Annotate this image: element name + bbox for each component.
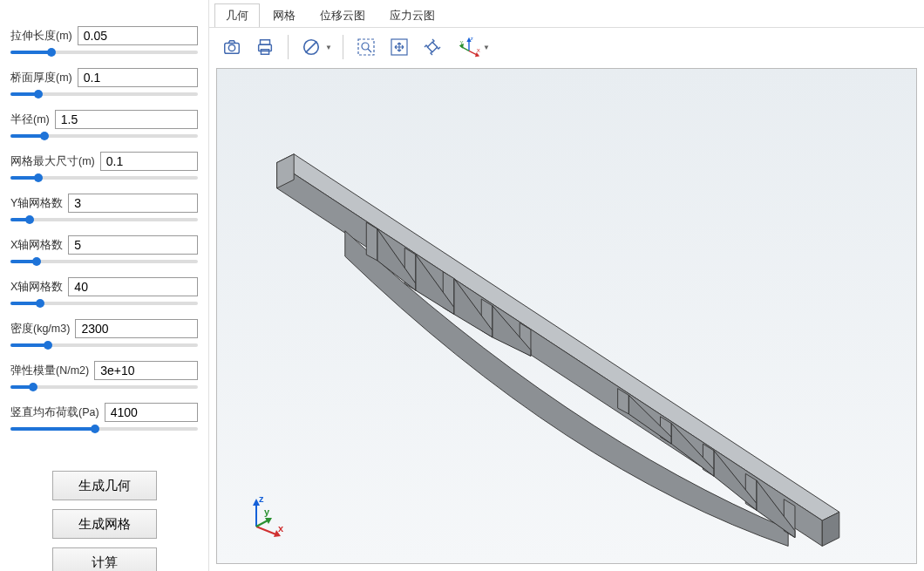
param-row: X轴网格数	[10, 235, 198, 267]
param-label: 密度(kg/m3)	[10, 322, 70, 336]
tab-mesh[interactable]: 网格	[262, 3, 307, 27]
param-label: 桥面厚度(m)	[10, 71, 72, 85]
tab-stress[interactable]: 应力云图	[378, 3, 446, 27]
param-row: 竖直均布荷载(Pa)	[10, 403, 198, 434]
axes-icon[interactable]: z X Y	[453, 31, 485, 63]
x-mesh-count-input-2[interactable]	[68, 277, 198, 296]
svg-text:X: X	[477, 48, 480, 53]
slider[interactable]	[10, 302, 198, 305]
svg-text:z: z	[471, 36, 473, 41]
svg-rect-7	[358, 39, 374, 55]
axis-y-label: y	[264, 506, 270, 517]
svg-line-9	[368, 49, 371, 52]
print-icon[interactable]	[249, 31, 281, 63]
svg-text:Y: Y	[460, 40, 464, 45]
generate-geometry-button[interactable]: 生成几何	[52, 471, 157, 500]
svg-point-8	[362, 43, 369, 50]
svg-marker-21	[277, 154, 839, 520]
no-entry-icon[interactable]	[296, 31, 327, 63]
slider[interactable]	[10, 134, 198, 138]
param-label: X轴网格数	[10, 280, 63, 295]
slider[interactable]	[10, 92, 198, 96]
param-row: Y轴网格数	[10, 194, 198, 225]
param-row: 半径(m)	[10, 110, 198, 141]
svg-point-1	[228, 44, 234, 51]
compute-button[interactable]: 计算	[52, 547, 157, 571]
svg-marker-25	[366, 222, 377, 261]
svg-line-6	[306, 42, 317, 53]
axis-x-label: x	[278, 523, 284, 534]
y-mesh-count-input[interactable]	[68, 194, 198, 213]
param-label: X轴网格数	[10, 238, 63, 253]
toolbar-separator	[343, 35, 343, 59]
param-label: Y轴网格数	[10, 196, 63, 211]
bridge-model	[217, 69, 916, 563]
svg-rect-2	[261, 40, 270, 45]
slider[interactable]	[10, 176, 198, 180]
tab-bar: 几何 网格 位移云图 应力云图	[209, 0, 924, 27]
param-label: 网格最大尺寸(m)	[10, 154, 95, 169]
orientation-triad: z x y	[243, 493, 287, 537]
slider[interactable]	[10, 260, 198, 263]
rotate-icon[interactable]	[417, 31, 448, 63]
slider[interactable]	[10, 427, 198, 431]
chevron-down-icon[interactable]: ▼	[325, 44, 332, 51]
tab-displacement[interactable]: 位移云图	[309, 3, 377, 27]
slider[interactable]	[10, 51, 198, 54]
slider[interactable]	[10, 343, 198, 347]
param-row: 拉伸长度(m)	[10, 26, 198, 58]
max-mesh-size-input[interactable]	[100, 152, 198, 171]
param-row: 网格最大尺寸(m)	[10, 152, 198, 183]
young-modulus-input[interactable]	[94, 361, 198, 380]
param-label: 拉伸长度(m)	[10, 29, 72, 44]
extrusion-length-input[interactable]	[78, 26, 198, 45]
svg-rect-4	[261, 50, 268, 55]
viewport-toolbar: ▼ z X Y ▼	[209, 27, 924, 66]
parameter-sidebar: 拉伸长度(m) 桥面厚度(m) 半径(m) 网格最大尺寸(m) Y轴网格数	[0, 0, 209, 571]
deck-thickness-input[interactable]	[78, 68, 198, 87]
zoom-box-icon[interactable]	[350, 31, 382, 63]
slider[interactable]	[10, 385, 198, 389]
tab-geometry[interactable]: 几何	[214, 3, 260, 27]
x-mesh-count-input-1[interactable]	[68, 235, 198, 255]
param-label: 竖直均布荷载(Pa)	[10, 405, 99, 420]
svg-rect-11	[427, 42, 437, 51]
density-input[interactable]	[75, 319, 198, 338]
slider[interactable]	[10, 218, 198, 221]
camera-icon[interactable]	[216, 31, 248, 63]
radius-input[interactable]	[55, 110, 198, 129]
generate-mesh-button[interactable]: 生成网格	[52, 509, 157, 539]
param-row: 桥面厚度(m)	[10, 68, 198, 99]
axis-z-label: z	[259, 493, 264, 504]
svg-line-45	[256, 527, 278, 535]
param-label: 半径(m)	[10, 112, 50, 127]
3d-viewport[interactable]: z x y	[216, 68, 917, 564]
pan-icon[interactable]	[384, 31, 415, 63]
vertical-load-input[interactable]	[105, 403, 198, 422]
param-row: 密度(kg/m3)	[10, 319, 198, 350]
toolbar-separator	[288, 35, 289, 59]
param-label: 弹性模量(N/m2)	[10, 364, 89, 378]
param-row: X轴网格数	[10, 277, 198, 309]
main-area: 几何 网格 位移云图 应力云图 ▼	[209, 0, 924, 571]
param-row: 弹性模量(N/m2)	[10, 361, 198, 392]
action-buttons: 生成几何 生成网格 计算	[10, 471, 198, 571]
